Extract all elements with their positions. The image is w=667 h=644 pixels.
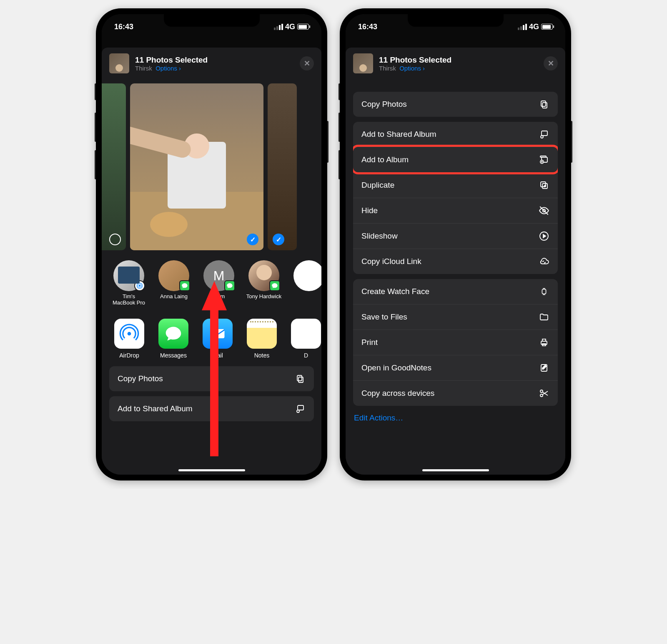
action-slideshow[interactable]: Slideshow: [353, 223, 558, 249]
header-thumbnail: [109, 53, 129, 73]
svg-rect-10: [542, 103, 547, 108]
play-circle-icon: [539, 231, 549, 242]
avatar: M: [203, 260, 234, 291]
photo-preview[interactable]: [102, 83, 126, 250]
photo-preview-strip[interactable]: [102, 79, 321, 254]
app-label: D: [304, 352, 308, 359]
app-icon: [291, 319, 321, 349]
close-button[interactable]: ✕: [300, 56, 314, 70]
selection-indicator[interactable]: [273, 234, 284, 245]
svg-point-8: [297, 410, 299, 413]
action-print[interactable]: Print: [353, 330, 558, 355]
airdrop-badge-icon: [134, 280, 145, 291]
photo-preview[interactable]: [268, 83, 297, 250]
action-label: Create Watch Face: [361, 287, 429, 296]
svg-rect-5: [298, 377, 303, 382]
action-hide[interactable]: Hide: [353, 198, 558, 223]
messages-badge-icon: [179, 280, 190, 291]
eye-slash-icon: [539, 205, 549, 216]
network-label: 4G: [285, 23, 295, 31]
svg-rect-4: [211, 329, 225, 338]
battery-icon: [297, 24, 309, 30]
action-copy-icloud-link[interactable]: Copy iCloud Link: [353, 249, 558, 274]
action-add-shared-album[interactable]: Add to Shared Album: [109, 396, 314, 421]
home-indicator[interactable]: [178, 469, 245, 471]
avatar: [113, 260, 144, 291]
status-time: 16:43: [114, 23, 133, 31]
copy-icon: [539, 99, 549, 110]
header-title: 11 Photos Selected: [379, 55, 538, 65]
header-thumbnail: [353, 53, 373, 73]
avatar: [158, 260, 189, 291]
svg-rect-11: [541, 101, 546, 106]
link-cloud-icon: [539, 256, 549, 267]
contact-item[interactable]: Tony Hardwick: [246, 260, 282, 306]
app-label: Messages: [160, 352, 187, 359]
action-label: Open in GoodNotes: [361, 363, 431, 372]
app-item-airdrop[interactable]: AirDrop: [113, 319, 146, 359]
close-button[interactable]: ✕: [544, 56, 558, 70]
messages-badge-icon: [269, 280, 280, 291]
action-list[interactable]: Copy Photos Add to Shared Album: [346, 79, 565, 410]
options-link[interactable]: Options ›: [155, 65, 181, 72]
folder-icon: [539, 312, 549, 322]
messages-badge-icon: [224, 280, 235, 291]
selection-indicator[interactable]: [109, 234, 121, 245]
notch: [408, 14, 504, 27]
action-add-shared-album[interactable]: Add to Shared Album: [353, 122, 558, 147]
contact-label: Tony Hardwick: [246, 294, 282, 300]
mail-icon: [203, 319, 233, 349]
action-list[interactable]: Copy Photos Add to Shared Album: [102, 362, 321, 425]
action-duplicate[interactable]: Duplicate: [353, 172, 558, 198]
contact-label: Mum: [213, 294, 225, 300]
options-link[interactable]: Options ›: [399, 65, 425, 72]
phone-mockup-right: 16:43 4G 11 Photos Selected Thirsk Optio…: [340, 8, 571, 480]
shared-album-icon: [539, 129, 549, 140]
phone-mockup-left: 16:43 4G 11 Photos Selected Thirsk Optio…: [96, 8, 327, 480]
app-item-notes[interactable]: Notes: [245, 319, 278, 359]
selection-indicator[interactable]: [247, 234, 258, 245]
app-item-mail[interactable]: Mail: [201, 319, 234, 359]
notebook-icon: [539, 362, 549, 373]
sheet-header: 11 Photos Selected Thirsk Options › ✕: [346, 48, 565, 79]
action-copy-photos[interactable]: Copy Photos: [353, 92, 558, 117]
status-time: 16:43: [358, 23, 377, 31]
home-indicator[interactable]: [422, 469, 489, 471]
share-sheet: 11 Photos Selected Thirsk Options › ✕: [102, 48, 321, 475]
app-share-row[interactable]: AirDrop Messages Mail Notes: [102, 310, 321, 362]
action-add-to-album[interactable]: Add to Album: [353, 147, 558, 172]
svg-rect-12: [542, 131, 547, 136]
contact-label: Anna Laing: [160, 294, 188, 300]
svg-point-13: [541, 136, 543, 138]
edit-actions-link[interactable]: Edit Actions…: [346, 410, 565, 426]
action-open-goodnotes[interactable]: Open in GoodNotes: [353, 355, 558, 380]
copy-icon: [295, 373, 306, 384]
action-copy-across-devices[interactable]: Copy across devices: [353, 380, 558, 406]
action-label: Slideshow: [361, 231, 398, 241]
sheet-header: 11 Photos Selected Thirsk Options › ✕: [102, 48, 321, 79]
action-copy-photos[interactable]: Copy Photos: [109, 366, 314, 391]
action-label: Add to Album: [361, 155, 409, 164]
shared-album-icon: [295, 403, 306, 414]
action-save-to-files[interactable]: Save to Files: [353, 304, 558, 330]
contact-item[interactable]: [291, 260, 321, 306]
action-label: Hide: [361, 206, 378, 215]
duplicate-icon: [539, 180, 549, 191]
airdrop-contacts-row[interactable]: Tim's MacBook Pro Anna Laing M: [102, 254, 321, 310]
app-item-messages[interactable]: Messages: [157, 319, 190, 359]
action-create-watch-face[interactable]: Create Watch Face: [353, 279, 558, 304]
contact-item[interactable]: Tim's MacBook Pro: [111, 260, 147, 306]
action-label: Copy Photos: [361, 100, 407, 109]
signal-icon: [518, 24, 527, 30]
action-label: Copy Photos: [118, 374, 163, 383]
header-title: 11 Photos Selected: [135, 55, 294, 65]
contact-item[interactable]: M Mum: [201, 260, 237, 306]
scissors-icon: [539, 388, 549, 399]
app-item[interactable]: D: [289, 319, 321, 359]
app-label: Mail: [212, 352, 223, 359]
avatar: [293, 260, 321, 291]
photo-preview[interactable]: [130, 83, 263, 250]
action-label: Save to Files: [361, 312, 407, 322]
contact-item[interactable]: Anna Laing: [156, 260, 192, 306]
svg-rect-7: [298, 405, 303, 410]
